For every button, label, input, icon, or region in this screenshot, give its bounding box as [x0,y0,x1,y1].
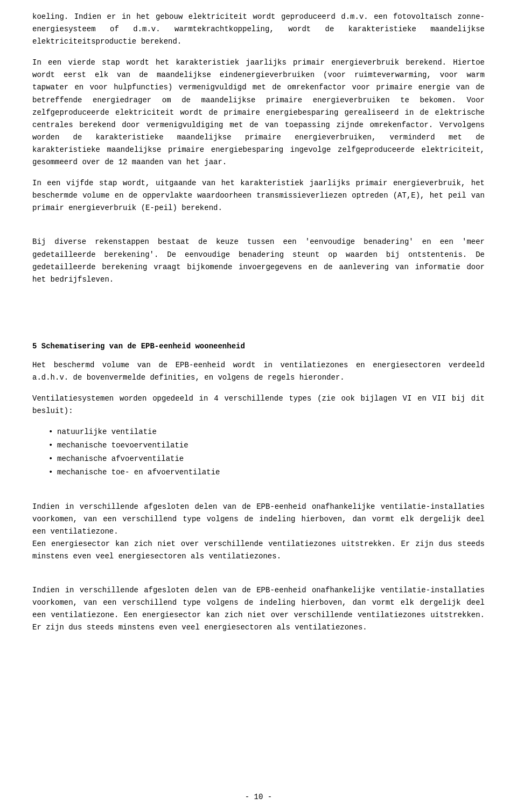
paragraph-8: Indien in verschillende afgesloten delen… [32,584,485,634]
paragraph-3-text: In een vijfde stap wordt, uitgaande van … [32,177,485,214]
paragraph-4-text: Bij diverse rekenstappen bestaat de keuz… [32,236,485,285]
page: koeling. Indien er in het gebouw elektri… [0,0,517,812]
list-item: natuurlijke ventilatie [48,426,485,438]
paragraph-3: In een vijfde stap wordt, uitgaande van … [32,177,485,214]
page-number: - 10 - [245,793,272,801]
list-item: mechanische afvoerventilatie [48,453,485,465]
paragraph-6: Ventilatiesystemen worden opgedeeld in 4… [32,393,485,417]
paragraph-5: Het beschermd volume van de EPB-eenheid … [32,359,485,384]
list-item: mechanische toe- en afvoerventilatie [48,466,485,479]
paragraph-1: koeling. Indien er in het gebouw elektri… [32,11,485,48]
paragraph-7-text: Indien in verschillende afgesloten delen… [32,501,485,563]
list-item: mechanische toevoerventilatie [48,439,485,452]
paragraph-5-text: Het beschermd volume van de EPB-eenheid … [32,359,485,384]
paragraph-1-text: koeling. Indien er in het gebouw elektri… [32,11,485,48]
page-footer: - 10 - [0,793,517,801]
paragraph-4: Bij diverse rekenstappen bestaat de keuz… [32,236,485,285]
paragraph-2: In een vierde stap wordt het karakterist… [32,57,485,169]
paragraph-8-text: Indien in verschillende afgesloten delen… [32,584,485,634]
paragraph-6-text: Ventilatiesystemen worden opgedeeld in 4… [32,393,485,417]
paragraph-2-text: In een vierde stap wordt het karakterist… [32,57,485,169]
ventilation-types-list: natuurlijke ventilatie mechanische toevo… [48,426,485,479]
section-5-heading: 5 Schematisering van de EPB-eenheid woon… [32,342,485,351]
paragraph-7: Indien in verschillende afgesloten delen… [32,501,485,563]
